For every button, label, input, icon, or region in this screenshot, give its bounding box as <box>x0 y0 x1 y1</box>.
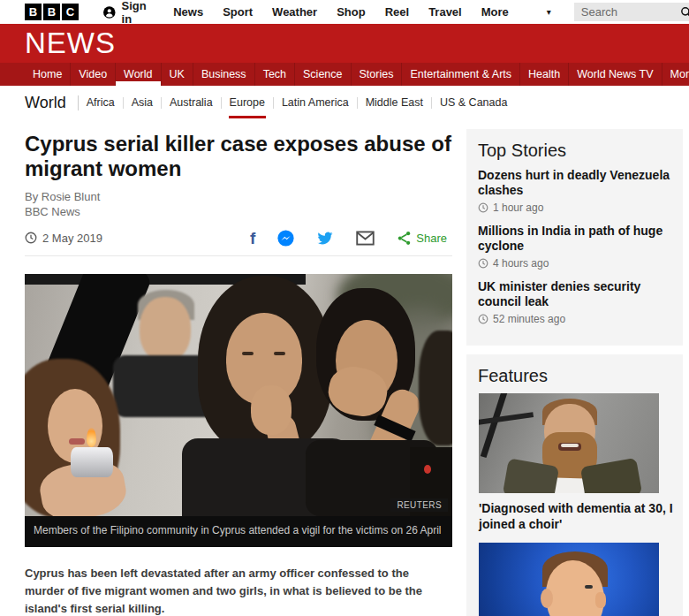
twitter-icon[interactable] <box>316 231 334 246</box>
art-shape <box>595 592 606 608</box>
art-shape <box>69 438 85 445</box>
byline: By Rosie Blunt BBC News <box>25 189 452 219</box>
nav-item-home[interactable]: Home <box>25 63 70 86</box>
person-icon <box>103 4 116 20</box>
article-headline: Cyprus serial killer case exposes abuse … <box>25 132 466 181</box>
story-timestamp: 1 hour ago <box>478 202 671 214</box>
email-icon[interactable] <box>356 231 375 246</box>
art-shape <box>242 352 254 355</box>
bbc-logo-letter: C <box>62 4 79 20</box>
feature-item[interactable] <box>478 543 671 616</box>
main-content: Cyprus serial killer case exposes abuse … <box>0 119 689 616</box>
story-time-label: 1 hour ago <box>493 202 543 214</box>
feature-item[interactable]: 'Diagnosed with dementia at 30, I joined… <box>478 393 671 532</box>
subnav-item-europe[interactable]: Europe <box>222 91 273 114</box>
art-shape <box>585 585 593 589</box>
clock-icon <box>478 258 488 269</box>
top-utility-bar: B B C Sign in News Sport Weather Shop Re… <box>0 0 689 24</box>
sign-in-button[interactable]: Sign in <box>90 0 163 26</box>
article-date-label: 2 May 2019 <box>42 232 102 245</box>
share-toolbar: f Share <box>250 230 447 247</box>
share-button-label: Share <box>416 232 447 245</box>
subnav-item-africa[interactable]: Africa <box>79 91 123 114</box>
subnav-item-latin-america[interactable]: Latin America <box>274 91 357 114</box>
image-credit: REUTERS <box>390 498 448 512</box>
article-column: Cyprus serial killer case exposes abuse … <box>25 119 452 616</box>
story-timestamp: 4 hours ago <box>478 257 671 270</box>
share-nodes-icon <box>397 231 412 246</box>
art-shape <box>419 331 452 445</box>
chevron-down-icon[interactable]: ▾ <box>547 7 551 17</box>
byline-org: BBC News <box>25 204 452 219</box>
subnav-item-middle-east[interactable]: Middle East <box>358 91 431 114</box>
list-item: UK minister denies security council leak… <box>478 279 671 325</box>
topbar-item-more[interactable]: More <box>472 0 519 24</box>
news-masthead: NEWS <box>0 24 689 63</box>
art-shape <box>251 385 292 435</box>
feature-image <box>479 543 659 616</box>
image-caption: Members of the Filipino community in Cyp… <box>25 516 452 547</box>
article-figure: REUTERS Members of the Filipino communit… <box>25 274 452 547</box>
art-shape <box>479 412 534 426</box>
bbc-logo-letter: B <box>25 4 42 20</box>
feature-caption[interactable]: 'Diagnosed with dementia at 30, I joined… <box>479 500 677 532</box>
art-shape <box>140 297 191 362</box>
story-headline[interactable]: Millions in India in path of huge cyclon… <box>478 224 671 254</box>
search-box <box>574 3 689 21</box>
article-meta-row: 2 May 2019 f Share <box>25 228 452 247</box>
secondary-nav: World Africa Asia Australia Europe Latin… <box>0 86 689 119</box>
topbar-item-travel[interactable]: Travel <box>419 0 472 24</box>
art-shape <box>555 477 586 493</box>
top-stories-title: Top Stories <box>478 141 671 161</box>
subnav-section-world[interactable]: World <box>25 94 78 112</box>
story-time-label: 4 hours ago <box>493 257 549 270</box>
byline-author: By Rosie Blunt <box>25 189 452 204</box>
nav-item-video[interactable]: Video <box>70 63 115 86</box>
facebook-f-glyph: f <box>250 230 255 247</box>
sidebar: Top Stories Dozens hurt in deadly Venezu… <box>466 119 683 616</box>
art-shape <box>87 428 96 447</box>
clock-icon <box>25 232 37 244</box>
news-masthead-title[interactable]: NEWS <box>25 27 116 60</box>
nav-item-stories[interactable]: Stories <box>351 63 402 86</box>
art-shape <box>561 444 579 447</box>
subnav-item-australia[interactable]: Australia <box>162 91 221 114</box>
search-icon[interactable] <box>680 6 689 19</box>
messenger-icon[interactable] <box>277 230 294 247</box>
art-shape <box>481 393 508 458</box>
divider <box>25 255 452 256</box>
nav-item-entertainment-arts[interactable]: Entertainment & Arts <box>401 63 519 86</box>
bbc-logo-letter: B <box>43 4 60 20</box>
nav-item-tech[interactable]: Tech <box>254 63 294 86</box>
features-section: Features 'Diagnosed with dementia at 30,… <box>466 354 683 616</box>
share-button[interactable]: Share <box>397 231 447 246</box>
article-intro: Cyprus has been left devastated after an… <box>25 565 440 616</box>
list-item: Millions in India in path of huge cyclon… <box>478 224 671 270</box>
topbar-item-news[interactable]: News <box>163 0 213 24</box>
nav-item-science[interactable]: Science <box>294 63 350 86</box>
primary-nav: Home Video World UK Business Tech Scienc… <box>0 63 689 86</box>
topbar-item-shop[interactable]: Shop <box>327 0 375 24</box>
nav-item-world-news-tv[interactable]: World News TV <box>568 63 661 86</box>
facebook-icon[interactable]: f <box>250 230 255 247</box>
story-time-label: 52 minutes ago <box>493 313 565 325</box>
story-headline[interactable]: UK minister denies security council leak <box>478 279 671 309</box>
nav-item-uk[interactable]: UK <box>161 63 193 86</box>
nav-item-business[interactable]: Business <box>193 63 254 86</box>
features-title: Features <box>478 366 671 386</box>
story-headline[interactable]: Dozens hurt in deadly Venezuela clashes <box>478 168 671 198</box>
topbar-item-weather[interactable]: Weather <box>262 0 327 24</box>
topbar-item-sport[interactable]: Sport <box>213 0 262 24</box>
search-input[interactable] <box>574 3 689 21</box>
list-item: Dozens hurt in deadly Venezuela clashes … <box>478 168 671 214</box>
bbc-logo[interactable]: B B C <box>25 4 79 20</box>
nav-item-health[interactable]: Health <box>519 63 568 86</box>
clock-icon <box>478 314 488 324</box>
subnav-item-asia[interactable]: Asia <box>124 91 161 114</box>
nav-item-world[interactable]: World <box>115 63 160 86</box>
subnav-item-us-canada[interactable]: US & Canada <box>432 91 515 114</box>
art-shape <box>541 589 553 608</box>
top-stories-section: Top Stories Dozens hurt in deadly Venezu… <box>466 129 683 346</box>
nav-item-more[interactable]: More▾ <box>662 63 689 86</box>
topbar-item-reel[interactable]: Reel <box>375 0 419 24</box>
